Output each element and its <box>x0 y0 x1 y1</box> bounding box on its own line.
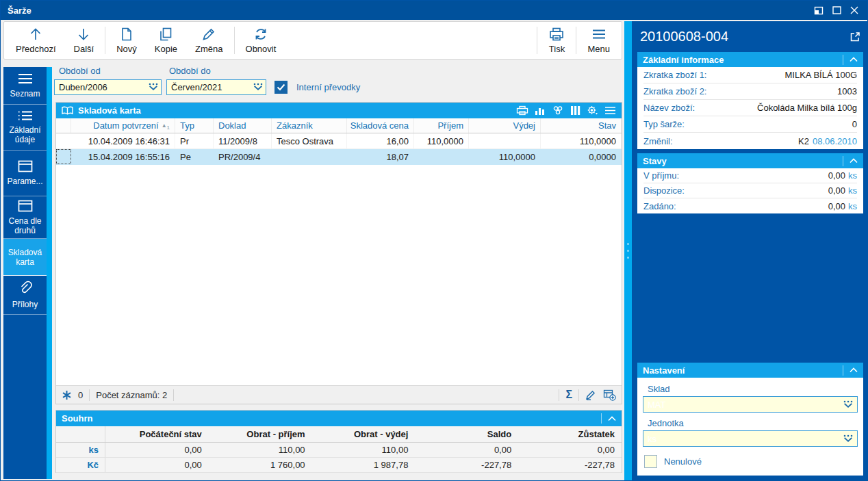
combo-dropdown-icon[interactable] <box>147 83 159 92</box>
column-header-skladova-cena[interactable]: Skladová cena <box>347 118 414 133</box>
internal-transfers-checkbox[interactable] <box>275 81 288 94</box>
grid-column-headers: Datum potvrzení ▲ 1 Typ Doklad Zákazník … <box>56 118 622 133</box>
sidebar-item-zakladni-udaje[interactable]: Základní údaje <box>3 105 47 151</box>
flag-count: 0 <box>78 390 83 400</box>
check-icon <box>277 83 285 91</box>
paperclip-icon <box>18 281 32 296</box>
print-grid-icon[interactable] <box>516 105 528 116</box>
arrow-up-icon <box>28 27 43 42</box>
next-button[interactable]: Další <box>65 23 103 57</box>
sidebar-item-seznam[interactable]: Seznam <box>3 67 47 105</box>
table-row-selected[interactable]: 15.04.2009 16:55:16 Pe PR/2009/4 18,07 1… <box>56 149 622 165</box>
table-row[interactable]: 10.04.2009 16:46:31 Pr 11/2009/8 Tesco O… <box>56 133 622 149</box>
column-header-zakaznik[interactable]: Zákazník <box>272 118 347 133</box>
window-restore-icon[interactable] <box>810 2 828 18</box>
list-item: Zadáno: 0,00 ks <box>643 198 857 213</box>
internal-transfers-label[interactable]: Interní převodky <box>296 82 360 92</box>
toolbar-separator <box>234 27 235 54</box>
collapse-icon[interactable] <box>601 413 616 424</box>
close-icon[interactable] <box>845 2 863 18</box>
sidebar-item-cena-dle-druhu[interactable]: Cena dle druhů <box>3 196 47 239</box>
panel-box-icon <box>18 200 33 212</box>
group-icon[interactable] <box>552 105 564 116</box>
sidebar-item-prilohy[interactable]: Přílohy <box>3 276 47 315</box>
chart-icon[interactable] <box>535 106 546 116</box>
states-section: Stavy V příjmu: 0,00 ks Dispozice: 0,00 … <box>637 153 863 213</box>
unit-label: Jednotka <box>648 418 858 428</box>
record-count: Počet záznamů: 2 <box>96 390 167 400</box>
collapse-icon[interactable] <box>843 156 858 166</box>
basic-info-body: Zkratka zboží 1: MILKA BÍLÁ 100G Zkratka… <box>637 67 863 149</box>
refresh-button[interactable]: Obnovit <box>237 23 285 57</box>
column-header-stav[interactable]: Stav <box>541 118 622 133</box>
toolbar-separator <box>105 27 105 54</box>
book-icon <box>62 106 73 115</box>
list-item: Název zboží: Čokoláda Milka bílá 100g <box>643 100 857 116</box>
print-button[interactable]: Tisk <box>539 23 574 57</box>
main-toolbar: Předchozí Další Nový Kopie Změna <box>3 21 622 60</box>
period-from-label: Období od <box>59 66 101 76</box>
sidebar-item-parametry[interactable]: Parame... <box>3 151 47 196</box>
collapse-icon[interactable] <box>843 365 858 376</box>
arrow-down-icon <box>76 27 91 42</box>
add-record-icon[interactable] <box>603 389 616 401</box>
sum-icon[interactable]: Σ <box>565 389 572 401</box>
sort-asc-icon: ▲ <box>162 122 167 129</box>
edit-button[interactable]: Změna <box>186 23 231 57</box>
grid-menu-icon[interactable] <box>604 106 616 115</box>
sidebar-accent-strip <box>47 67 52 479</box>
nonzero-checkbox[interactable] <box>644 455 657 468</box>
sidebar-item-skladova-karta[interactable]: Skladová karta <box>3 239 47 276</box>
stock-card-header: Skladová karta <box>56 103 622 118</box>
list-item: Zkratka zboží 1: MILKA BÍLÁ 100G <box>643 67 857 83</box>
grid-empty-area <box>56 165 622 385</box>
detail-title-row: 20100608-004 <box>637 21 863 52</box>
column-header-doklad[interactable]: Doklad <box>214 118 272 133</box>
list-item: Zkratka zboží 2: 1003 <box>643 83 857 100</box>
warehouse-label: Sklad <box>648 384 858 394</box>
column-header-datum[interactable]: Datum potvrzení ▲ 1 <box>71 118 175 133</box>
combo-dropdown-icon[interactable] <box>842 400 854 409</box>
grid-header-icons <box>516 105 616 116</box>
stock-card-panel: Skladová karta Datum potvrzení ▲ 1 Ty <box>55 102 622 404</box>
period-to-combo[interactable]: Červen/2021 <box>166 79 266 95</box>
new-button[interactable]: Nový <box>107 23 146 57</box>
warehouse-combo[interactable]: MAT <box>643 396 858 413</box>
period-from-combo[interactable]: Duben/2006 <box>54 79 162 95</box>
copy-button[interactable]: Kopie <box>146 23 186 57</box>
grid-footer: 0 Počet záznamů: 2 Σ <box>56 385 622 404</box>
nonzero-label[interactable]: Nenulové <box>664 456 702 467</box>
states-body: V příjmu: 0,00 ks Dispozice: 0,00 ks Zad… <box>637 168 863 213</box>
summary-panel: Souhrn Počáteční stav Obrat - příjem Obr… <box>55 410 622 473</box>
gear-icon[interactable] <box>587 105 598 116</box>
list-item: V příjmu: 0,00 ks <box>643 168 857 183</box>
panel-splitter[interactable] <box>624 21 632 480</box>
menu-button[interactable]: Menu <box>578 23 619 57</box>
open-external-icon[interactable] <box>850 31 860 42</box>
unit-combo[interactable]: ks <box>643 430 858 447</box>
column-header-vydej[interactable]: Výdej <box>469 118 541 133</box>
edit-pencil-icon[interactable] <box>585 389 597 400</box>
window-title: Šarže <box>8 5 31 16</box>
copy-icon <box>158 27 173 42</box>
panel-box-icon <box>18 160 33 172</box>
batch-number: 20100608-004 <box>640 29 728 44</box>
list-icon <box>17 73 34 85</box>
stock-card-title: Skladová karta <box>78 105 141 116</box>
maximize-icon[interactable] <box>828 2 845 18</box>
nonzero-checkbox-row: Nenulové <box>644 455 858 468</box>
footer-separator <box>559 389 559 401</box>
window-controls <box>810 2 867 18</box>
columns-icon[interactable] <box>570 105 580 116</box>
settings-body: Sklad MAT Jednotka ks Nenulové <box>637 378 863 476</box>
period-to-label: Období do <box>169 66 211 76</box>
combo-dropdown-icon[interactable] <box>842 434 854 443</box>
column-header-typ[interactable]: Typ <box>175 118 214 133</box>
column-header-prijem[interactable]: Příjem <box>414 118 469 133</box>
changed-date-link[interactable]: 08.06.2010 <box>813 136 857 146</box>
previous-button[interactable]: Předchozí <box>7 23 65 57</box>
summary-title: Souhrn <box>62 413 93 424</box>
flag-asterisk-icon <box>62 390 72 400</box>
combo-dropdown-icon[interactable] <box>252 83 264 92</box>
collapse-icon[interactable] <box>843 55 858 65</box>
